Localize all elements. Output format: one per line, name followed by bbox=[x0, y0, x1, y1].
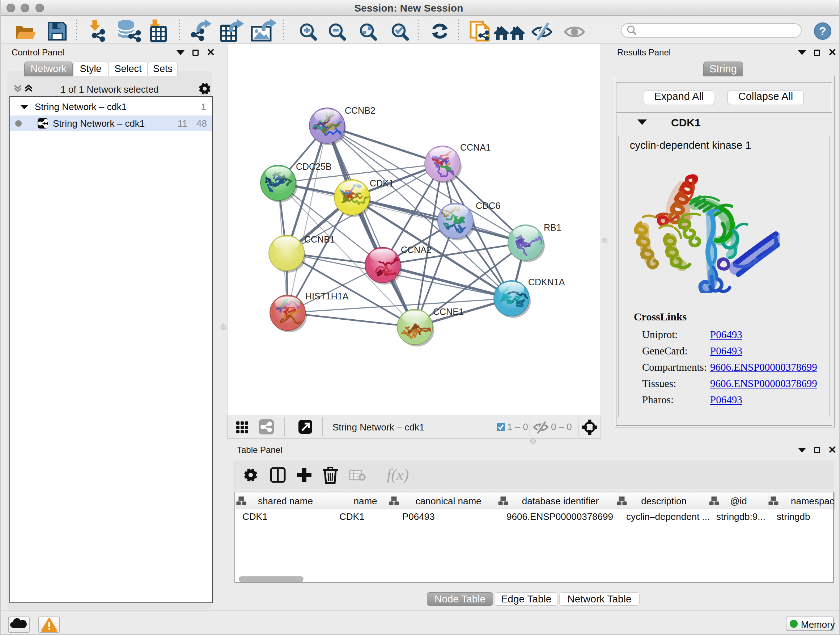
svg-text:CCNA1: CCNA1 bbox=[460, 142, 491, 152]
svg-text:CDC25B: CDC25B bbox=[296, 162, 332, 172]
svg-text:CCNA2: CCNA2 bbox=[401, 245, 431, 255]
svg-text:CDKN1A: CDKN1A bbox=[528, 277, 565, 287]
svg-text:f(x): f(x) bbox=[387, 466, 409, 484]
svg-text:?: ? bbox=[819, 25, 826, 38]
svg-text:CCNB1: CCNB1 bbox=[304, 234, 335, 244]
svg-text:CDK1: CDK1 bbox=[370, 178, 394, 188]
svg-text:CCNE1: CCNE1 bbox=[433, 307, 464, 317]
svg-text:CCNB2: CCNB2 bbox=[345, 105, 376, 116]
svg-text:RB1: RB1 bbox=[544, 222, 561, 233]
svg-text:CDC6: CDC6 bbox=[476, 201, 500, 211]
svg-text:HIST1H1A: HIST1H1A bbox=[305, 291, 349, 301]
